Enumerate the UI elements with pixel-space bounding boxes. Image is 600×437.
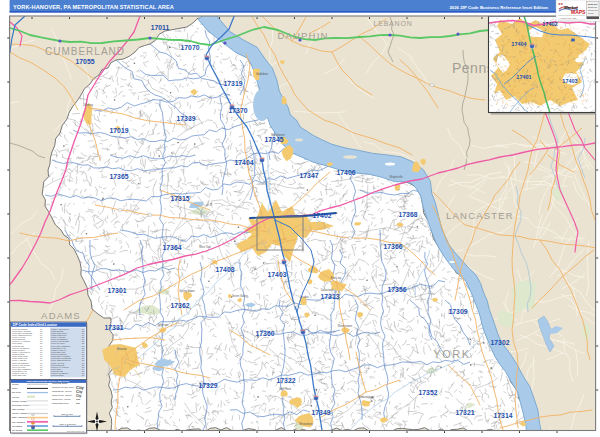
svg-text:17322: 17322: [277, 377, 296, 384]
svg-text:Scale in Miles: Scale in Miles: [61, 413, 73, 415]
svg-text:17402: 17402: [542, 21, 557, 27]
svg-text:Reference: Reference: [588, 9, 599, 11]
svg-text:Hanover: Hanover: [117, 347, 127, 351]
svg-text:State Highways: State Highways: [12, 416, 28, 418]
svg-text:17408: 17408: [216, 266, 235, 273]
svg-text:17356 RED LION: 17356 RED LION: [12, 374, 27, 376]
svg-text:Primary Roads: Primary Roads: [12, 400, 27, 402]
svg-text:Other Roads: Other Roads: [12, 408, 25, 410]
svg-text:CUMBERLAND: CUMBERLAND: [45, 46, 125, 57]
svg-text:City: City: [76, 394, 82, 398]
svg-text:Toll Roads: Toll Roads: [12, 429, 23, 431]
svg-text:Wrightsville: Wrightsville: [389, 175, 403, 179]
svg-text:17301: 17301: [108, 287, 127, 294]
svg-text:17364: 17364: [163, 244, 182, 251]
svg-text:17406: 17406: [337, 169, 356, 176]
svg-text:17352: 17352: [419, 389, 438, 396]
svg-text:17402: 17402: [313, 212, 332, 219]
svg-text:US Highways: US Highways: [12, 421, 26, 423]
svg-text:Woods: Woods: [12, 396, 20, 398]
svg-text:Dillsburg: Dillsburg: [83, 103, 94, 107]
svg-text:Jacobus: Jacobus: [299, 295, 309, 299]
svg-text:17314: 17314: [494, 412, 513, 419]
svg-text:County: County: [12, 383, 20, 385]
svg-text:17370: 17370: [229, 107, 248, 114]
svg-text:17360: 17360: [256, 330, 275, 337]
svg-text:YORK: YORK: [433, 348, 471, 360]
svg-text:Goldsboro: Goldsboro: [256, 72, 269, 76]
svg-text:Business: Business: [588, 6, 598, 8]
svg-text:Guide: Guide: [588, 12, 595, 14]
svg-text:MAPS: MAPS: [571, 9, 586, 15]
svg-text:17403: 17403: [268, 271, 287, 278]
svg-text:YORK-HANOVER, PA METROPOLITAN: YORK-HANOVER, PA METROPOLITAN STATISTICA…: [13, 4, 174, 10]
svg-text:17362: 17362: [171, 302, 190, 309]
svg-text:17404: 17404: [235, 159, 254, 166]
svg-text:C5: C5: [40, 374, 42, 376]
svg-text:17319 ETTERS: 17319 ETTERS: [51, 374, 64, 376]
svg-text:17401: 17401: [516, 74, 531, 80]
svg-text:17315: 17315: [171, 195, 190, 202]
svg-text:Interstates: Interstates: [12, 425, 23, 427]
svg-text:LANCASTER: LANCASTER: [446, 210, 514, 221]
svg-text:17403: 17403: [562, 78, 577, 84]
svg-text:17349: 17349: [312, 409, 331, 416]
svg-text:17011: 17011: [151, 24, 170, 31]
svg-text:Winterstown: Winterstown: [338, 324, 353, 328]
svg-text:17331: 17331: [105, 324, 124, 331]
svg-text:★★: ★★: [557, 2, 563, 6]
svg-text:DAUPHIN: DAUPHIN: [277, 30, 328, 41]
svg-text:17070: 17070: [181, 44, 200, 51]
svg-text:17309: 17309: [449, 308, 468, 315]
svg-text:LEBANON: LEBANON: [373, 20, 412, 27]
svg-text:Glen Rock: Glen Rock: [279, 387, 292, 391]
svg-text:17329: 17329: [199, 382, 218, 389]
svg-text:17366: 17366: [384, 243, 403, 250]
svg-text:1-800-MAPS-4-BIZ: 1-800-MAPS-4-BIZ: [560, 17, 577, 19]
svg-text:Road: Road: [12, 387, 18, 389]
svg-text:17321: 17321: [456, 409, 475, 416]
svg-text:2026 ZIP Code Business Referen: 2026 ZIP Code Business Reference Inset E…: [449, 5, 548, 10]
svg-text:Spring Grove: Spring Grove: [179, 289, 195, 293]
svg-text:17019: 17019: [110, 127, 129, 134]
svg-text:17368: 17368: [399, 211, 418, 218]
svg-text:17302: 17302: [491, 339, 510, 346]
svg-text:17313: 17313: [321, 293, 340, 300]
svg-text:Jefferson: Jefferson: [158, 323, 169, 327]
svg-text:ZIP Code Index/Grid Locator: ZIP Code Index/Grid Locator: [13, 323, 58, 327]
svg-text:17339: 17339: [177, 115, 196, 122]
svg-text:17404: 17404: [511, 41, 527, 47]
svg-text:City: City: [76, 398, 81, 400]
svg-text:Cities with Towns: Cities with Towns: [52, 382, 67, 384]
svg-text:ADAMS: ADAMS: [41, 310, 81, 321]
svg-text:Dallastown: Dallastown: [321, 288, 334, 292]
svg-text:Scale in Kilometers: Scale in Kilometers: [59, 423, 75, 425]
svg-text:Shrewsbury: Shrewsbury: [299, 422, 313, 426]
svg-text:Seven Valleys: Seven Valleys: [232, 294, 249, 298]
svg-text:17365: 17365: [110, 173, 129, 180]
svg-text:17356: 17356: [388, 286, 407, 293]
svg-text:17319: 17319: [224, 80, 243, 87]
svg-text:Stewartstown: Stewartstown: [358, 395, 374, 399]
svg-text:17345: 17345: [265, 136, 284, 143]
svg-text:Red Lion: Red Lion: [331, 276, 342, 280]
svg-text:Copyright MarketMAPS: Copyright MarketMAPS: [67, 430, 86, 432]
svg-text:17055: 17055: [76, 58, 95, 65]
svg-text:17347: 17347: [300, 172, 319, 179]
svg-text:West York: West York: [199, 245, 211, 249]
svg-text:ZIP Code: ZIP Code: [12, 391, 22, 393]
svg-text:D7: D7: [82, 374, 84, 376]
